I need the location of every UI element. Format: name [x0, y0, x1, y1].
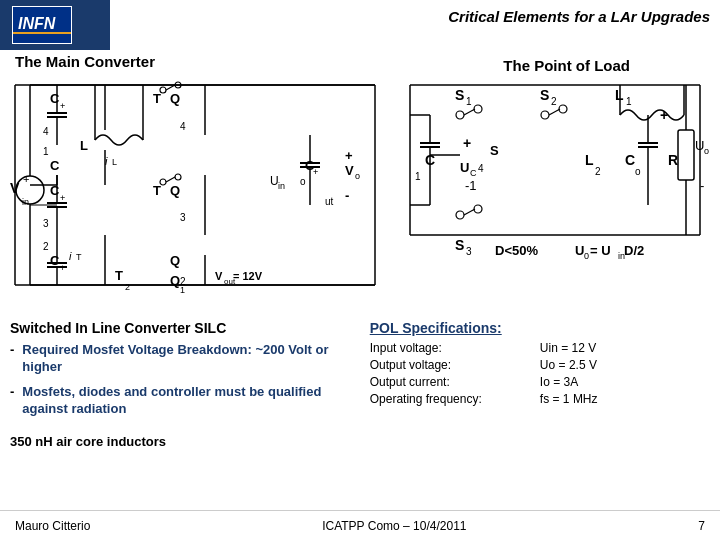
svg-text:V: V [10, 180, 20, 196]
svg-text:L: L [585, 152, 594, 168]
svg-text:+: + [60, 101, 65, 111]
bullet-dash-1: - [10, 342, 14, 357]
svg-text:4: 4 [43, 126, 49, 137]
svg-text:C: C [50, 253, 60, 268]
svg-text:Q: Q [170, 253, 180, 268]
svg-point-126 [541, 111, 549, 119]
svg-text:L: L [80, 138, 88, 153]
svg-text:2: 2 [43, 241, 49, 252]
svg-point-142 [474, 205, 482, 213]
svg-text:2: 2 [595, 166, 601, 177]
logo-box: INFN [12, 6, 72, 44]
spec-value-row-4: fs = 1 MHz [540, 392, 710, 406]
spec-value-1: Uin = 12 V [540, 341, 596, 355]
svg-text:o: o [355, 171, 360, 181]
svg-text:o: o [300, 176, 306, 187]
logo-area: INFN [12, 6, 82, 44]
spec-label-3: Output current: [370, 375, 450, 389]
spec-value-row-2: Uo = 2.5 V [540, 358, 710, 372]
pol-spec-title: POL Specifications: [370, 320, 710, 336]
svg-text:4: 4 [478, 163, 484, 174]
bullet-text-1: Required Mosfet Voltage Breakdown: ~200 … [22, 342, 369, 376]
svg-text:U: U [575, 243, 584, 258]
svg-text:1: 1 [415, 171, 421, 182]
svg-text:= U: = U [590, 243, 611, 258]
svg-text:C: C [625, 152, 635, 168]
svg-text:+: + [345, 148, 353, 163]
svg-text:T: T [153, 91, 161, 106]
svg-text:-1: -1 [465, 178, 477, 193]
svg-text:3: 3 [466, 246, 472, 257]
svg-text:S: S [540, 87, 549, 103]
spec-value-row-3: Io = 3A [540, 375, 710, 389]
spec-row-1: Input voltage: [370, 341, 540, 355]
footer-page-number: 7 [698, 519, 705, 533]
svg-text:o: o [704, 146, 709, 156]
right-col: POL Specifications: Input voltage: Outpu… [370, 320, 710, 426]
svg-line-141 [464, 209, 475, 215]
main-circuit-svg: + V in C + 4 L i L [5, 75, 390, 295]
svg-line-124 [464, 109, 475, 115]
svg-text:i: i [69, 250, 72, 262]
svg-point-29 [160, 87, 166, 93]
svg-text:in: in [278, 181, 285, 191]
svg-text:1: 1 [626, 96, 632, 107]
svg-text:V: V [215, 270, 223, 282]
svg-text:INFN: INFN [18, 15, 56, 32]
pol-circuit-area: S 1 S 2 L 1 + C 1 + S U C 4 -1 L [400, 75, 715, 295]
silc-title: Switched In Line Converter SILC [10, 320, 370, 336]
svg-text:L: L [112, 157, 117, 167]
spec-value-3: Io = 3A [540, 375, 578, 389]
svg-text:Q: Q [170, 273, 180, 288]
spec-rows-container: Input voltage: Output voltage: Output cu… [370, 341, 710, 409]
svg-point-47 [160, 179, 166, 185]
svg-text:1: 1 [43, 146, 49, 157]
svg-text:Q: Q [170, 91, 180, 106]
svg-text:T: T [76, 252, 82, 262]
svg-point-128 [559, 105, 567, 113]
svg-point-8 [16, 176, 44, 204]
svg-line-48 [166, 177, 175, 182]
svg-text:C: C [50, 158, 60, 173]
inductor-note: 350 nH air core inductors [10, 434, 710, 449]
svg-text:T: T [153, 183, 161, 198]
svg-text:T: T [115, 268, 123, 283]
svg-point-125 [474, 105, 482, 113]
svg-text:4: 4 [180, 121, 186, 132]
svg-rect-147 [678, 130, 694, 180]
svg-text:+: + [23, 173, 29, 185]
footer-conference: ICATPP Como – 10/4/2011 [322, 519, 466, 533]
svg-text:-: - [345, 188, 349, 203]
spec-value-4: fs = 1 MHz [540, 392, 598, 406]
spec-row-2: Output voltage: [370, 358, 540, 372]
svg-text:U: U [460, 160, 469, 175]
svg-point-123 [456, 111, 464, 119]
svg-text:Q: Q [170, 183, 180, 198]
bullet-dash-2: - [10, 384, 14, 399]
svg-text:3: 3 [180, 212, 186, 223]
svg-text:R: R [668, 152, 678, 168]
svg-text:+: + [60, 193, 65, 203]
pol-circuit-svg: S 1 S 2 L 1 + C 1 + S U C 4 -1 L [400, 75, 715, 295]
spec-value-row-1: Uin = 12 V [540, 341, 710, 355]
bullet-item-2: - Mosfets, diodes and controller must be… [10, 384, 370, 418]
svg-text:in: in [22, 197, 29, 207]
spec-label-4: Operating frequency: [370, 392, 482, 406]
spec-row-4: Operating frequency: [370, 392, 540, 406]
bottom-cols: Switched In Line Converter SILC - Requir… [10, 320, 710, 426]
svg-text:2: 2 [551, 96, 557, 107]
main-circuit-area: + V in C + 4 L i L [5, 75, 390, 295]
svg-text:1: 1 [180, 285, 185, 295]
page-container: INFN Critical Elements for a LAr Upgrade… [0, 0, 720, 540]
bullet-text-2: Mosfets, diodes and controller must be q… [22, 384, 369, 418]
spec-label-1: Input voltage: [370, 341, 442, 355]
svg-text:V: V [345, 163, 354, 178]
svg-text:D/2: D/2 [624, 243, 644, 258]
svg-text:1: 1 [466, 96, 472, 107]
svg-line-127 [549, 109, 560, 115]
svg-text:C: C [470, 168, 477, 178]
main-converter-title: The Main Converter [15, 53, 155, 70]
svg-text:+: + [313, 167, 318, 177]
spec-value-2: Uo = 2.5 V [540, 358, 597, 372]
svg-text:ut: ut [325, 196, 334, 207]
